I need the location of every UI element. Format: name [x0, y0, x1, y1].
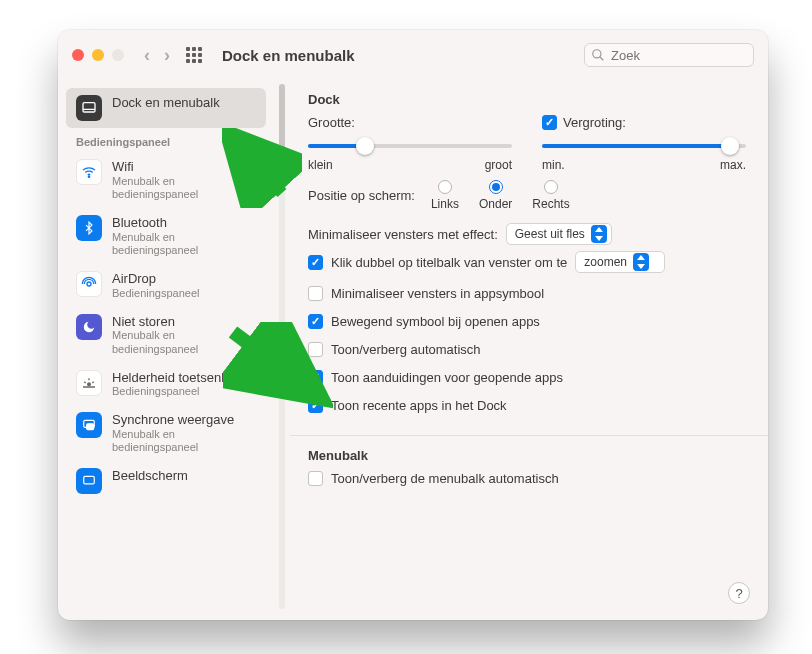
- sidebar-item-sub: Menubalk en bedieningspaneel: [112, 175, 256, 201]
- recent-apps-label: Toon recente apps in het Dock: [331, 398, 507, 413]
- position-label: Positie op scherm:: [308, 188, 415, 203]
- svg-point-4: [88, 176, 89, 177]
- sidebar-scrollbar[interactable]: [274, 80, 290, 620]
- airdrop-icon: [76, 271, 102, 297]
- search-icon: [591, 48, 605, 62]
- autohide-dock-label: Toon/verberg automatisch: [331, 342, 481, 357]
- content-pane: Dock Grootte: kleingroot Vergroting:: [290, 80, 768, 620]
- keyboard-brightness-icon: [76, 370, 102, 396]
- double-click-action-value: zoomen: [584, 255, 627, 269]
- screen-mirroring-icon: [76, 412, 102, 438]
- sidebar-item-bluetooth[interactable]: BluetoothMenubalk en bedieningspaneel: [66, 208, 266, 264]
- size-max-label: groot: [485, 158, 512, 172]
- moon-icon: [76, 314, 102, 340]
- toolbar: ‹ › Dock en menubalk: [58, 30, 768, 80]
- sidebar-item-label: Beeldscherm: [112, 468, 188, 484]
- autohide-menubar-checkbox[interactable]: [308, 471, 323, 486]
- magnification-slider[interactable]: [542, 136, 746, 156]
- sidebar-item-label: Helderheid toetsenbord: [112, 370, 247, 386]
- display-icon: [76, 468, 102, 494]
- double-click-action-select[interactable]: zoomen: [575, 251, 665, 273]
- mag-max-label: max.: [720, 158, 746, 172]
- animate-opening-checkbox[interactable]: [308, 314, 323, 329]
- position-left-label: Links: [431, 197, 459, 211]
- wifi-icon: [76, 159, 102, 185]
- mag-min-label: min.: [542, 158, 565, 172]
- position-right-radio[interactable]: [544, 180, 558, 194]
- sidebar-item-sub: Menubalk en bedieningspaneel: [112, 428, 256, 454]
- select-stepper-icon: [633, 253, 649, 271]
- sidebar-item-kb-brightness[interactable]: Helderheid toetsenbordBedieningspaneel: [66, 363, 266, 406]
- window-controls: [72, 49, 124, 61]
- size-slider[interactable]: [308, 136, 512, 156]
- sidebar-item-label: Bluetooth: [112, 215, 256, 231]
- sidebar-item-dock-menubar[interactable]: Dock en menubalk: [66, 88, 266, 128]
- sidebar-item-dnd[interactable]: Niet storenMenubalk en bedieningspaneel: [66, 307, 266, 363]
- indicators-label: Toon aanduidingen voor geopende apps: [331, 370, 563, 385]
- magnification-label: Vergroting:: [563, 115, 626, 130]
- sidebar-item-label: Wifi: [112, 159, 256, 175]
- svg-point-0: [593, 50, 601, 58]
- svg-point-5: [87, 282, 91, 286]
- nav-buttons: ‹ ›: [144, 45, 170, 66]
- size-min-label: klein: [308, 158, 333, 172]
- forward-button: ›: [164, 45, 170, 66]
- sidebar-item-sub: Menubalk en bedieningspaneel: [112, 329, 256, 355]
- position-bottom-label: Onder: [479, 197, 512, 211]
- help-button[interactable]: ?: [728, 582, 750, 604]
- separator: [290, 435, 768, 436]
- sidebar-section-label: Bedieningspaneel: [66, 128, 266, 152]
- minimize-effect-label: Minimaliseer vensters met effect:: [308, 227, 498, 242]
- indicators-checkbox[interactable]: [308, 370, 323, 385]
- sidebar-item-screen-mirroring[interactable]: Synchrone weergaveMenubalk en bedienings…: [66, 405, 266, 461]
- dock-icon: [76, 95, 102, 121]
- min-into-icon-checkbox[interactable]: [308, 286, 323, 301]
- sidebar-item-sub: Bedieningspaneel: [112, 385, 247, 398]
- section-title-dock: Dock: [308, 92, 746, 107]
- zoom-icon: [112, 49, 124, 61]
- svg-rect-8: [87, 424, 94, 430]
- magnification-checkbox[interactable]: [542, 115, 557, 130]
- sidebar-item-airdrop[interactable]: AirDropBedieningspaneel: [66, 264, 266, 307]
- sidebar-item-label: Synchrone weergave: [112, 412, 256, 428]
- svg-line-1: [600, 57, 604, 61]
- autohide-dock-checkbox[interactable]: [308, 342, 323, 357]
- scroll-thumb[interactable]: [279, 84, 285, 154]
- show-all-icon[interactable]: [186, 47, 202, 63]
- size-label: Grootte:: [308, 115, 355, 130]
- page-title: Dock en menubalk: [222, 47, 355, 64]
- sidebar-item-label: Niet storen: [112, 314, 256, 330]
- close-icon[interactable]: [72, 49, 84, 61]
- back-button[interactable]: ‹: [144, 45, 150, 66]
- section-title-menubar: Menubalk: [308, 448, 746, 463]
- sidebar-item-sub: Menubalk en bedieningspaneel: [112, 231, 256, 257]
- sidebar-item-label: AirDrop: [112, 271, 199, 287]
- sidebar-item-label: Dock en menubalk: [112, 95, 220, 111]
- select-stepper-icon: [591, 225, 607, 243]
- minimize-icon[interactable]: [92, 49, 104, 61]
- sidebar-item-sub: Bedieningspaneel: [112, 287, 199, 300]
- search-field[interactable]: [584, 43, 754, 67]
- sidebar-item-display[interactable]: Beeldscherm: [66, 461, 266, 501]
- double-click-checkbox[interactable]: [308, 255, 323, 270]
- animate-opening-label: Bewegend symbool bij openen apps: [331, 314, 540, 329]
- position-bottom-radio[interactable]: [489, 180, 503, 194]
- min-into-icon-label: Minimaliseer vensters in appsymbool: [331, 286, 544, 301]
- search-input[interactable]: [584, 43, 754, 67]
- bluetooth-icon: [76, 215, 102, 241]
- sidebar-item-wifi[interactable]: WifiMenubalk en bedieningspaneel: [66, 152, 266, 208]
- svg-point-6: [88, 383, 91, 386]
- minimize-effect-value: Geest uit fles: [515, 227, 585, 241]
- recent-apps-checkbox[interactable]: [308, 398, 323, 413]
- double-click-label: Klik dubbel op titelbalk van venster om …: [331, 255, 567, 270]
- prefs-window: ‹ › Dock en menubalk Dock en menubalk Be…: [58, 30, 768, 620]
- svg-rect-2: [83, 103, 95, 112]
- minimize-effect-select[interactable]: Geest uit fles: [506, 223, 612, 245]
- sidebar: Dock en menubalk Bedieningspaneel WifiMe…: [58, 80, 274, 620]
- position-left-radio[interactable]: [438, 180, 452, 194]
- svg-rect-9: [84, 477, 95, 485]
- autohide-menubar-label: Toon/verberg de menubalk automatisch: [331, 471, 559, 486]
- position-right-label: Rechts: [532, 197, 569, 211]
